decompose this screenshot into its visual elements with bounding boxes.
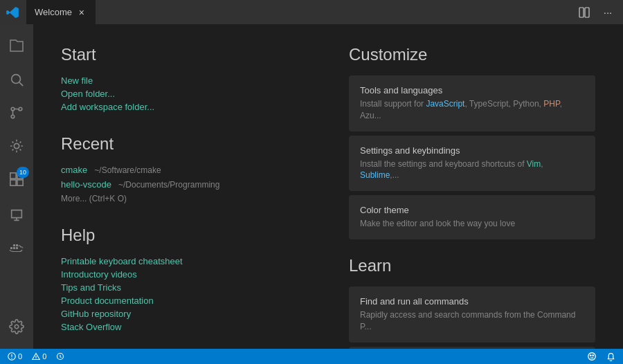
tools-card-desc: Install support for JavaScript, TypeScri…	[360, 98, 584, 122]
svg-point-19	[11, 358, 12, 359]
vim-highlight: Vim	[527, 159, 541, 169]
find-commands-desc: Rapidly access and search commands from …	[360, 309, 584, 333]
activity-item-remote[interactable]	[0, 199, 33, 232]
activity-bar-bottom	[0, 310, 33, 349]
customize-section: Customize Tools and languages Install su…	[349, 45, 595, 239]
recent-item-hello-vscode: hello-vscode ~/Documents/Programming	[61, 179, 307, 190]
help-section: Help Printable keyboard cheatsheet Intro…	[61, 226, 307, 332]
svg-point-4	[11, 107, 15, 111]
more-actions-button[interactable]: ···	[598, 3, 617, 22]
recent-hello-link[interactable]: hello-vscode	[61, 179, 111, 190]
start-section: Start New file Open folder... Add worksp…	[61, 45, 307, 112]
svg-point-24	[593, 355, 593, 356]
find-commands-card[interactable]: Find and run all commands Rapidly access…	[349, 286, 595, 343]
customize-title: Customize	[349, 45, 595, 64]
help-title: Help	[61, 226, 307, 245]
tools-languages-card[interactable]: Tools and languages Install support for …	[349, 75, 595, 131]
svg-rect-0	[579, 8, 584, 17]
github-link[interactable]: GitHub repository	[61, 309, 307, 319]
settings-keybindings-card[interactable]: Settings and keybindings Install the set…	[349, 136, 595, 192]
status-errors[interactable]: 0	[6, 349, 24, 364]
svg-point-23	[590, 355, 591, 356]
title-bar-right: ···	[575, 3, 623, 22]
split-editor-button[interactable]	[575, 3, 594, 22]
recent-cmake-path: ~/Software/cmake	[94, 165, 161, 175]
more-link[interactable]: More... (Ctrl+K O)	[61, 194, 307, 203]
status-bar-left: 0 0	[6, 349, 66, 364]
tips-tricks-link[interactable]: Tips and Tricks	[61, 282, 307, 293]
welcome-page: Start New file Open folder... Add worksp…	[33, 24, 623, 349]
activity-item-search[interactable]	[0, 63, 33, 96]
svg-point-5	[11, 115, 15, 118]
activity-item-extensions[interactable]: 10	[0, 163, 33, 196]
warning-count: 0	[42, 352, 46, 361]
activity-item-explorer[interactable]	[0, 30, 33, 63]
svg-rect-8	[10, 173, 16, 179]
stackoverflow-link[interactable]: Stack Overflow	[61, 322, 307, 332]
tab-close-button[interactable]: ×	[76, 7, 87, 18]
title-bar-left: Welcome ×	[0, 0, 96, 24]
recent-section: Recent cmake ~/Software/cmake hello-vsco…	[61, 134, 307, 203]
learn-title: Learn	[349, 256, 595, 275]
more-shortcut: (Ctrl+K O)	[89, 194, 127, 203]
svg-rect-1	[585, 8, 589, 17]
svg-point-22	[588, 353, 596, 361]
settings-card-desc: Install the settings and keyboard shortc…	[360, 158, 584, 182]
javascript-highlight: JavaScript	[426, 99, 464, 109]
start-title: Start	[61, 45, 307, 64]
svg-rect-16	[16, 244, 18, 246]
learn-section: Learn Find and run all commands Rapidly …	[349, 256, 595, 349]
content-area: Start New file Open folder... Add worksp…	[33, 24, 623, 349]
tools-card-title: Tools and languages	[360, 85, 584, 95]
settings-card-title: Settings and keybindings	[360, 145, 584, 156]
find-commands-title: Find and run all commands	[360, 296, 584, 307]
tab-label: Welcome	[35, 7, 72, 17]
vscode-logo	[6, 6, 19, 19]
left-column: Start New file Open folder... Add worksp…	[61, 45, 307, 328]
intro-videos-link[interactable]: Introductory videos	[61, 269, 307, 280]
status-bar: 0 0	[0, 349, 623, 364]
activity-item-settings[interactable]	[0, 310, 33, 343]
keyboard-link[interactable]: Printable keyboard cheatsheet	[61, 256, 307, 266]
activity-bar: 10	[0, 24, 33, 349]
recent-item-cmake: cmake ~/Software/cmake	[61, 165, 307, 175]
svg-point-2	[12, 75, 21, 84]
svg-rect-10	[10, 180, 16, 185]
status-bell[interactable]	[604, 349, 617, 364]
status-warnings[interactable]: 0	[30, 349, 48, 364]
svg-point-17	[15, 325, 19, 329]
recent-title: Recent	[61, 134, 307, 154]
svg-rect-13	[13, 247, 15, 249]
main-layout: 10	[0, 24, 623, 349]
color-theme-card[interactable]: Color theme Make the editor and look the…	[349, 195, 595, 239]
right-column: Customize Tools and languages Install su…	[349, 45, 595, 328]
new-file-link[interactable]: New file	[61, 75, 307, 86]
add-workspace-link[interactable]: Add workspace folder...	[61, 102, 307, 112]
activity-item-source-control[interactable]	[0, 96, 33, 129]
svg-line-3	[19, 82, 23, 86]
color-theme-desc: Make the editor and look the way you lov…	[360, 218, 584, 230]
svg-point-20	[36, 358, 37, 358]
status-smiley[interactable]	[585, 349, 599, 364]
sublime-highlight: Sublime	[360, 170, 390, 180]
docs-link[interactable]: Product documentation	[61, 295, 307, 306]
php-highlight: PHP	[543, 99, 559, 109]
status-clock[interactable]	[54, 349, 66, 364]
activity-item-debug[interactable]	[0, 129, 33, 163]
recent-hello-path: ~/Documents/Programming	[118, 180, 219, 190]
extensions-badge: 10	[17, 167, 29, 178]
svg-rect-11	[17, 180, 23, 185]
open-folder-link[interactable]: Open folder...	[61, 89, 307, 99]
status-bar-right	[585, 349, 617, 364]
color-theme-title: Color theme	[360, 205, 584, 215]
recent-cmake-link[interactable]: cmake	[61, 165, 87, 175]
tab-area: Welcome ×	[26, 0, 96, 24]
welcome-tab[interactable]: Welcome ×	[26, 0, 96, 24]
activity-item-docker[interactable]	[0, 232, 33, 265]
svg-rect-15	[13, 244, 15, 246]
title-bar: Welcome × ···	[0, 0, 623, 24]
more-label: More...	[61, 194, 87, 203]
svg-rect-14	[16, 247, 18, 249]
svg-rect-12	[10, 247, 12, 249]
svg-point-7	[14, 143, 19, 148]
